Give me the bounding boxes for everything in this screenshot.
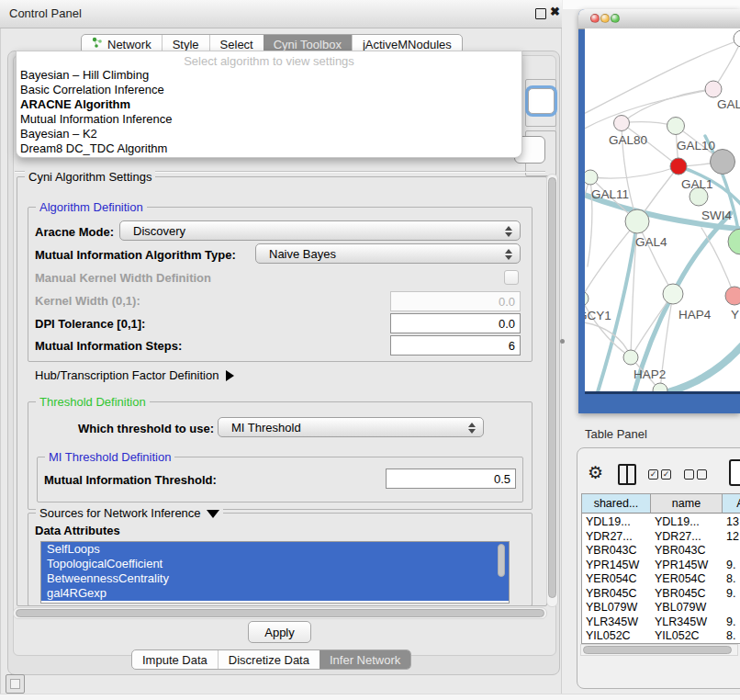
dpi-tolerance-input[interactable]: 0.0 bbox=[390, 313, 521, 333]
table-cell: 9. bbox=[726, 587, 735, 600]
combo-arrows-icon bbox=[467, 422, 475, 435]
bottom-strip bbox=[0, 694, 740, 700]
checked-checkbox-icon[interactable]: ✓ bbox=[648, 469, 658, 480]
network-node-salmon[interactable] bbox=[725, 287, 740, 305]
which-threshold-select[interactable]: MI Threshold bbox=[218, 417, 484, 437]
close-panel-icon[interactable]: ✖ bbox=[550, 5, 560, 18]
settings-hscrollbar-thumb[interactable] bbox=[16, 609, 544, 617]
minimized-panel-icon[interactable] bbox=[6, 674, 25, 694]
algorithm-dropdown-popup[interactable]: Select algorithm to view settings Bayesi… bbox=[16, 51, 522, 158]
attribute-item[interactable]: gal4RGexp bbox=[41, 586, 509, 601]
network-edge bbox=[590, 166, 678, 178]
mi-type-value: Naive Bayes bbox=[269, 247, 336, 261]
float-panel-icon[interactable] bbox=[535, 8, 546, 19]
window-zoom-icon[interactable] bbox=[611, 14, 620, 23]
algorithm-option[interactable]: ARACNE Algorithm bbox=[20, 97, 518, 112]
mi-algorithm-type-select[interactable]: Naive Bayes bbox=[255, 243, 521, 264]
settings-vscrollbar-thumb[interactable] bbox=[548, 177, 556, 598]
sources-title-wrap[interactable]: Sources for Network Inference bbox=[36, 506, 223, 520]
attribute-list-scrollbar[interactable] bbox=[498, 544, 505, 577]
table-cell: YLR345W bbox=[586, 615, 638, 628]
focused-combo-fragment[interactable] bbox=[528, 88, 555, 114]
algorithm-option[interactable]: Mutual Information Inference bbox=[20, 112, 518, 127]
network-edge bbox=[631, 294, 673, 357]
table-row[interactable]: YDL19...YDL19...13 bbox=[582, 515, 740, 530]
hub-definition-section[interactable]: Hub/Transcription Factor Definition bbox=[35, 367, 234, 383]
network-node-gal-pink[interactable] bbox=[705, 81, 722, 97]
aracne-mode-value: Discovery bbox=[133, 224, 185, 238]
network-node-gal1-red[interactable] bbox=[670, 158, 687, 175]
threshold-definition-title: Threshold Definition bbox=[36, 395, 150, 409]
node-label-gal11: GAL11 bbox=[591, 187, 629, 201]
table-row[interactable]: YDR27...YDR27...12 bbox=[582, 530, 740, 545]
control-panel-titlebar: Control Panel bbox=[0, 0, 562, 28]
column-header-a[interactable]: A bbox=[723, 494, 740, 514]
network-node-top-node[interactable] bbox=[734, 30, 740, 47]
network-edge bbox=[585, 89, 713, 133]
table-row[interactable]: YBR045CYBR045C9. bbox=[582, 587, 740, 602]
mi-steps-input[interactable]: 6 bbox=[390, 335, 521, 356]
tab-label: jActiveMNodules bbox=[363, 38, 452, 51]
tab-infer-network[interactable]: Infer Network bbox=[320, 650, 410, 669]
algorithm-option[interactable]: Dream8 DC_TDC Algorithm bbox=[20, 141, 518, 156]
node-label-gal1-red: GAL1 bbox=[681, 177, 713, 191]
tab-label: Cyni Toolbox bbox=[274, 38, 342, 51]
manual-kernel-checkbox[interactable] bbox=[504, 270, 519, 285]
network-graph: GALGAL80GAL10GAL1GAL11SWI4GAL4GCY1HAP4YH… bbox=[585, 28, 740, 391]
apply-button[interactable]: Apply bbox=[248, 621, 311, 643]
kernel-width-input[interactable]: 0.0 bbox=[390, 291, 521, 311]
node-table[interactable]: shared...nameAYDL19...YDL19...13YDR27...… bbox=[581, 493, 740, 644]
table-cell: 13 bbox=[726, 515, 739, 528]
table-row[interactable]: YPR145WYPR145W9. bbox=[582, 559, 740, 573]
table-hscrollbar-thumb[interactable] bbox=[583, 646, 732, 654]
aracne-mode-select[interactable]: Discovery bbox=[119, 220, 521, 241]
algorithm-option[interactable]: Bayesian – K2 bbox=[20, 127, 518, 141]
table-row[interactable]: YLR345WYLR345W9. bbox=[582, 615, 740, 630]
network-node-gcy1[interactable] bbox=[585, 291, 589, 306]
network-node-hap4[interactable] bbox=[663, 284, 683, 304]
tab-discretize-data[interactable]: Discretize Data bbox=[218, 650, 320, 669]
network-node-gal80[interactable] bbox=[614, 116, 630, 131]
checked-checkbox-icon[interactable]: ✓ bbox=[661, 469, 671, 480]
unchecked-checkbox-icon[interactable] bbox=[684, 469, 694, 480]
data-attributes-list[interactable]: SelfLoopsTopologicalCoefficientBetweenne… bbox=[40, 541, 510, 604]
attribute-item[interactable]: TopologicalCoefficient bbox=[41, 557, 509, 571]
manual-kernel-label: Manual Kernel Width Definition bbox=[35, 271, 211, 285]
tab-impute-data[interactable]: Impute Data bbox=[132, 650, 218, 669]
algorithm-option[interactable]: Bayesian – Hill Climbing bbox=[20, 68, 518, 83]
network-canvas[interactable]: GALGAL80GAL10GAL1GAL11SWI4GAL4GCY1HAP4YH… bbox=[585, 28, 740, 391]
table-row[interactable]: YBR043CYBR043C bbox=[582, 544, 740, 559]
mi-threshold-input[interactable]: 0.5 bbox=[386, 469, 516, 489]
sources-title: Sources for Network Inference bbox=[39, 506, 201, 520]
network-node-hap2[interactable] bbox=[623, 350, 638, 365]
network-node-gray-node[interactable] bbox=[711, 150, 735, 175]
columns-icon[interactable] bbox=[618, 464, 636, 485]
table-row[interactable]: YBL079WYBL079W bbox=[582, 601, 740, 615]
node-label-swi4: SWI4 bbox=[701, 209, 732, 222]
column-header-shared[interactable]: shared... bbox=[582, 494, 651, 514]
window-minimize-icon[interactable] bbox=[600, 14, 610, 23]
table-row[interactable]: YIL052CYIL052C8. bbox=[582, 629, 740, 644]
network-node-gal10[interactable] bbox=[667, 118, 685, 135]
column-header-name[interactable]: name bbox=[651, 494, 723, 514]
gear-icon[interactable]: ⚙ bbox=[588, 462, 603, 483]
attribute-item[interactable]: SelfLoops bbox=[41, 542, 509, 557]
network-node-big-green[interactable] bbox=[728, 229, 740, 254]
attribute-item[interactable]: BetweennessCentrality bbox=[41, 571, 509, 586]
network-window-titlebar[interactable] bbox=[578, 9, 740, 29]
expand-right-icon bbox=[226, 370, 234, 381]
table-cell: 9. bbox=[726, 615, 735, 628]
node-label-gcy1: GCY1 bbox=[585, 309, 611, 322]
unchecked-checkbox-icon[interactable] bbox=[697, 469, 707, 480]
document-icon[interactable] bbox=[729, 459, 740, 486]
table-cell: YIL052C bbox=[655, 629, 700, 642]
algorithm-option[interactable]: Basic Correlation Inference bbox=[20, 83, 518, 97]
splitter-handle[interactable] bbox=[560, 339, 565, 344]
table-row[interactable]: YER054CYER054C8. bbox=[582, 572, 740, 587]
network-node-gal11[interactable] bbox=[585, 170, 598, 185]
network-node-gal4[interactable] bbox=[625, 209, 649, 233]
table-cell: YPR145W bbox=[655, 559, 708, 571]
table-cell: YER054C bbox=[655, 572, 706, 585]
window-close-icon[interactable] bbox=[590, 14, 600, 23]
table-cell: YBL079W bbox=[655, 601, 706, 614]
